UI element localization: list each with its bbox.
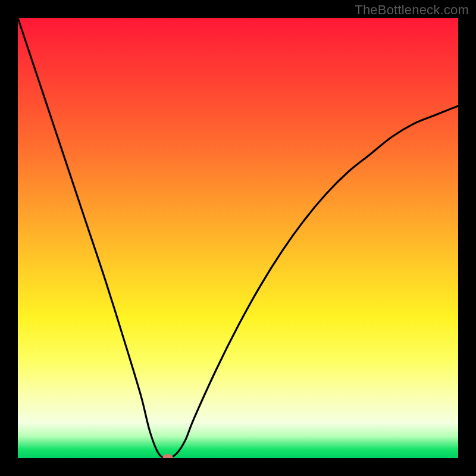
bottleneck-curve	[18, 18, 458, 458]
watermark-text: TheBottleneck.com	[355, 2, 469, 18]
chart-frame: TheBottleneck.com	[0, 0, 476, 476]
plot-area	[18, 18, 458, 458]
optimal-point-marker	[162, 454, 173, 458]
curve-path	[18, 18, 458, 458]
